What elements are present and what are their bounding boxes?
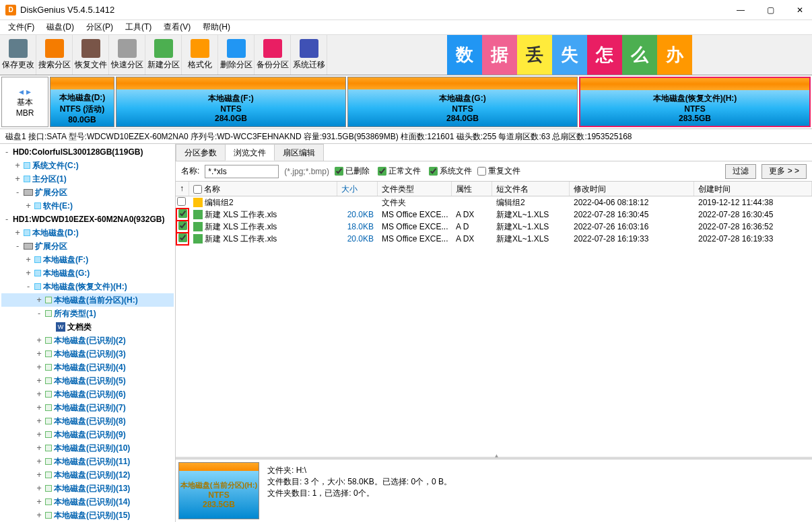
tool-新建分区[interactable]: 新建分区 xyxy=(145,35,182,75)
col-size[interactable]: 大小 xyxy=(337,182,378,196)
file-row[interactable]: 新建 XLS 工作表.xls 20.0KB MS Office EXCE... … xyxy=(176,233,812,245)
tree-item[interactable]: +本地磁盘(已识别)(3) xyxy=(1,347,174,361)
tree-item[interactable]: +本地磁盘(已识别)(11) xyxy=(1,455,174,468)
expand-icon[interactable]: + xyxy=(35,443,43,453)
filter-button[interactable]: 过滤 xyxy=(725,164,756,179)
tool-系统迁移[interactable]: 系统迁移 xyxy=(291,35,327,75)
tree-item[interactable]: -扩展分区 xyxy=(1,186,174,199)
filter-check-系统文件[interactable]: 系统文件 xyxy=(429,165,472,177)
row-checkbox[interactable] xyxy=(176,232,189,246)
menu-4[interactable]: 查看(V) xyxy=(158,20,196,34)
name-filter-input[interactable] xyxy=(205,165,279,178)
tool-恢复文件[interactable]: 恢复文件 xyxy=(73,35,109,75)
filter-check-已删除[interactable]: 已删除 xyxy=(335,165,370,177)
dup-checkbox[interactable]: 重复文件 xyxy=(477,165,520,177)
tree-item[interactable]: +本地磁盘(已识别)(12) xyxy=(1,468,174,482)
menu-3[interactable]: 工具(T) xyxy=(120,20,157,34)
tool-快速分区[interactable]: 快速分区 xyxy=(109,35,145,75)
minimize-button[interactable]: — xyxy=(734,3,747,17)
expand-icon[interactable]: + xyxy=(35,336,43,345)
menu-0[interactable]: 文件(F) xyxy=(3,20,40,34)
expand-icon[interactable]: - xyxy=(3,147,11,157)
tree-item[interactable]: +本地磁盘(已识别)(4) xyxy=(1,361,174,374)
tree-item[interactable]: +本地磁盘(已识别)(6) xyxy=(1,387,174,401)
col-short[interactable]: 短文件名 xyxy=(492,182,570,196)
table-header[interactable]: ↑ 名称 大小 文件类型 属性 短文件名 修改时间 创建时间 xyxy=(176,182,812,196)
maximize-button[interactable]: ▢ xyxy=(764,3,777,17)
partition-本地磁盘(F:)[interactable]: 本地磁盘(F:)NTFS284.0GB xyxy=(116,77,346,127)
tree-item[interactable]: -所有类型(1) xyxy=(1,307,174,320)
expand-icon[interactable]: + xyxy=(24,255,32,264)
tree-item[interactable]: +主分区(1) xyxy=(1,172,174,186)
expand-icon[interactable]: + xyxy=(35,416,43,426)
expand-icon[interactable]: - xyxy=(24,282,32,291)
splitter[interactable] xyxy=(176,457,812,459)
tree-item[interactable]: -本地磁盘(恢复文件)(H:) xyxy=(1,280,174,293)
expand-icon[interactable]: + xyxy=(35,470,43,480)
disk-tree[interactable]: -HD0:ColorfulSL300128GB(119GB)+系统文件(C:)+… xyxy=(0,144,176,522)
filter-check-正常文件[interactable]: 正常文件 xyxy=(378,165,421,177)
expand-icon[interactable]: + xyxy=(35,511,43,520)
tab-分区参数[interactable]: 分区参数 xyxy=(176,144,226,161)
file-row[interactable]: 编辑组2 文件夹 编辑组2 2022-04-06 08:18:12 2019-1… xyxy=(176,196,812,209)
col-attr[interactable]: 属性 xyxy=(452,182,492,196)
tree-item[interactable]: +本地磁盘(F:) xyxy=(1,253,174,266)
partition-本地磁盘(G:)[interactable]: 本地磁盘(G:)NTFS284.0GB xyxy=(347,77,578,127)
tree-item[interactable]: +本地磁盘(当前分区)(H:) xyxy=(1,293,174,307)
tree-item[interactable]: -扩展分区 xyxy=(1,239,174,253)
tree-item[interactable]: +本地磁盘(已识别)(13) xyxy=(1,482,174,495)
more-button[interactable]: 更多 > > xyxy=(762,164,807,179)
tool-格式化[interactable]: 格式化 xyxy=(182,35,218,75)
tree-item[interactable]: +本地磁盘(G:) xyxy=(1,266,174,280)
col-ctime[interactable]: 创建时间 xyxy=(694,182,812,196)
tab-扇区编辑[interactable]: 扇区编辑 xyxy=(274,144,324,161)
file-row[interactable]: 新建 XLS 工作表.xls 18.0KB MS Office EXCE... … xyxy=(176,221,812,233)
menu-2[interactable]: 分区(P) xyxy=(81,20,119,34)
menu-5[interactable]: 帮助(H) xyxy=(197,20,236,34)
tree-item[interactable]: -HD1:WDCWD10EZEX-60M2NA0(932GB) xyxy=(1,213,174,226)
tool-搜索分区[interactable]: 搜索分区 xyxy=(36,35,73,75)
tree-item[interactable]: +本地磁盘(D:) xyxy=(1,226,174,239)
tree-item[interactable]: +本地磁盘(已识别)(2) xyxy=(1,334,174,347)
expand-icon[interactable]: + xyxy=(35,484,43,493)
partition-本地磁盘(恢复文件)(H:)[interactable]: 本地磁盘(恢复文件)(H:)NTFS283.5GB xyxy=(579,77,811,127)
expand-icon[interactable]: + xyxy=(35,457,43,466)
tree-item[interactable]: +本地磁盘(已识别)(15) xyxy=(1,509,174,522)
col-up[interactable]: ↑ xyxy=(176,182,189,196)
col-mtime[interactable]: 修改时间 xyxy=(570,182,694,196)
expand-icon[interactable]: + xyxy=(35,349,43,359)
expand-icon[interactable]: + xyxy=(35,389,43,399)
tree-item[interactable]: +软件(E:) xyxy=(1,199,174,213)
tool-保存更改[interactable]: 保存更改 xyxy=(0,35,36,75)
expand-icon[interactable]: + xyxy=(35,376,43,385)
row-checkbox[interactable] xyxy=(176,208,189,221)
row-checkbox[interactable] xyxy=(176,220,189,233)
tree-item[interactable]: +本地磁盘(已识别)(5) xyxy=(1,374,174,387)
row-checkbox[interactable] xyxy=(176,197,189,208)
expand-icon[interactable]: + xyxy=(13,174,22,184)
tree-item[interactable]: +本地磁盘(已识别)(8) xyxy=(1,414,174,428)
close-button[interactable]: ✕ xyxy=(793,3,807,17)
menu-1[interactable]: 磁盘(D) xyxy=(41,20,79,34)
expand-icon[interactable]: + xyxy=(35,403,43,412)
col-type[interactable]: 文件类型 xyxy=(378,182,452,196)
expand-icon[interactable]: - xyxy=(35,309,43,318)
expand-icon[interactable]: - xyxy=(3,215,11,224)
expand-icon[interactable]: + xyxy=(24,201,32,211)
tree-item[interactable]: -HD0:ColorfulSL300128GB(119GB) xyxy=(1,145,174,159)
expand-icon[interactable]: + xyxy=(35,363,43,372)
expand-icon[interactable]: - xyxy=(13,241,22,251)
file-table[interactable]: ↑ 名称 大小 文件类型 属性 短文件名 修改时间 创建时间 编辑组2 文件夹 … xyxy=(176,182,812,457)
partition-本地磁盘(D:)[interactable]: 本地磁盘(D:)NTFS (活动)80.0GB xyxy=(50,77,114,127)
tool-备份分区[interactable]: 备份分区 xyxy=(255,35,291,75)
tool-删除分区[interactable]: 删除分区 xyxy=(218,35,255,75)
file-row[interactable]: 新建 XLS 工作表.xls 20.0KB MS Office EXCE... … xyxy=(176,209,812,221)
tree-item[interactable]: +本地磁盘(已识别)(14) xyxy=(1,495,174,509)
expand-icon[interactable]: + xyxy=(35,430,43,439)
mbr-box[interactable]: ◂ ▸ 基本 MBR xyxy=(1,77,48,127)
col-name[interactable]: 名称 xyxy=(189,182,337,196)
expand-icon[interactable]: + xyxy=(13,228,22,237)
expand-icon[interactable]: + xyxy=(35,497,43,507)
expand-icon[interactable]: + xyxy=(35,295,43,305)
tree-item[interactable]: +本地磁盘(已识别)(7) xyxy=(1,401,174,414)
